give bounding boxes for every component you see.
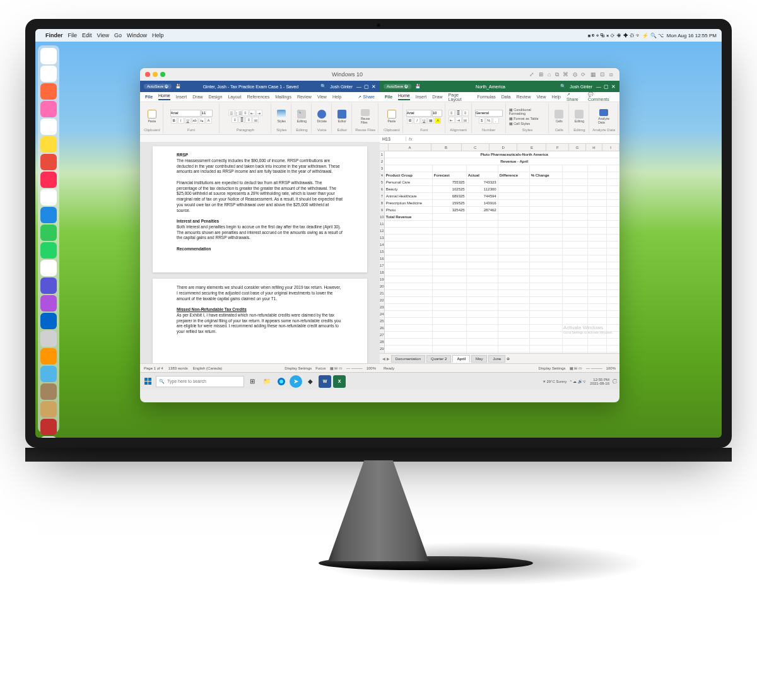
dock-app-12[interactable] bbox=[40, 260, 57, 276]
macos-dock[interactable] bbox=[38, 45, 59, 433]
sheet-tab-may[interactable]: May bbox=[471, 355, 487, 363]
display-settings[interactable]: Display Settings bbox=[539, 366, 566, 370]
word-ruler[interactable] bbox=[140, 135, 380, 143]
tab-view[interactable]: View bbox=[317, 95, 327, 99]
weather[interactable]: ☀ 29°C Sunny bbox=[543, 379, 567, 383]
close-button[interactable]: ✕ bbox=[372, 84, 376, 90]
font-select[interactable] bbox=[406, 110, 431, 117]
dock-app-11[interactable] bbox=[40, 242, 57, 259]
tab-insert[interactable]: Insert bbox=[176, 95, 187, 99]
dock-app-20[interactable] bbox=[40, 401, 57, 417]
sheet-tabs[interactable]: ◀ ▶ DocumentationQuarter 2AprilMayJune ⊕ bbox=[380, 353, 619, 363]
table-row[interactable]: Photo325425287462 bbox=[385, 207, 619, 214]
menu-window[interactable]: Window bbox=[127, 32, 147, 38]
dock-app-15[interactable] bbox=[40, 313, 57, 329]
table-row[interactable] bbox=[385, 235, 619, 242]
table-row[interactable] bbox=[385, 346, 619, 353]
table-row[interactable] bbox=[385, 262, 619, 269]
sheet-tab-quarter-2[interactable]: Quarter 2 bbox=[426, 355, 451, 363]
col-header[interactable]: F bbox=[546, 144, 569, 151]
col-header[interactable]: H bbox=[586, 144, 603, 151]
column-headers[interactable]: ABCDEFGHI bbox=[380, 144, 619, 151]
vm-toolbar-icons[interactable]: ⤢ ⊞ ⌂ ⧉ ⌘ ⚙ ⟳ ▦ ⊡ ⧈ bbox=[529, 71, 614, 78]
word-count[interactable]: 1383 words bbox=[168, 366, 188, 370]
dock-app-22[interactable] bbox=[40, 436, 57, 438]
save-icon[interactable]: 💾 bbox=[175, 84, 181, 89]
word-titlebar[interactable]: AutoSave ⏻ 💾 Ginter, Josh - Tax Practice… bbox=[140, 81, 380, 92]
font-style-buttons[interactable]: BIUabx₂A bbox=[171, 117, 212, 124]
tab-insert[interactable]: Insert bbox=[416, 95, 427, 99]
spreadsheet-grid[interactable]: ABCDEFGHI 123456789101112131415161718192… bbox=[380, 144, 619, 353]
table-row[interactable] bbox=[385, 269, 619, 276]
dock-app-21[interactable] bbox=[40, 419, 57, 435]
tab-data[interactable]: Data bbox=[502, 95, 511, 99]
zoom-level[interactable]: 100% bbox=[367, 366, 376, 370]
dock-app-19[interactable] bbox=[40, 383, 57, 400]
conditional-formatting[interactable]: ▦ Conditional Formatting bbox=[509, 108, 546, 115]
cell-styles[interactable]: ▦ Cell Styles bbox=[509, 122, 531, 125]
cells[interactable]: Pluto Pharmaceuticals-North AmericaReven… bbox=[385, 151, 619, 353]
telegram-icon[interactable]: ➤ bbox=[290, 375, 302, 388]
tab-formulas[interactable]: Formulas bbox=[478, 95, 496, 99]
dock-app-13[interactable] bbox=[40, 277, 57, 294]
tab-home[interactable]: Home bbox=[398, 93, 410, 100]
tray-icons[interactable]: ^ ☁ 🔊 ᯤ bbox=[570, 379, 587, 383]
editing-button[interactable]: Editing bbox=[572, 109, 586, 124]
dock-app-9[interactable] bbox=[40, 207, 57, 223]
task-view-icon[interactable]: ⊞ bbox=[246, 375, 259, 388]
editor-button[interactable]: Editor bbox=[335, 109, 349, 124]
table-row[interactable] bbox=[385, 318, 619, 325]
menu-edit[interactable]: Edit bbox=[82, 32, 92, 38]
start-button[interactable] bbox=[143, 376, 154, 387]
table-row[interactable]: Total Revenue bbox=[385, 214, 619, 221]
share-button[interactable]: ↗ Share bbox=[566, 92, 582, 102]
focus-mode[interactable]: Focus bbox=[315, 366, 326, 370]
font-size[interactable] bbox=[201, 110, 213, 117]
table-row[interactable]: Personal Care755325743323 bbox=[385, 179, 619, 186]
view-buttons[interactable]: ▦ ⊞ ▭ bbox=[570, 366, 582, 370]
dock-app-4[interactable] bbox=[40, 119, 57, 135]
system-tray[interactable]: ☀ 29°C Sunny ^ ☁ 🔊 ᯤ 12:55 PM2021-08-16 … bbox=[543, 378, 617, 385]
word-taskbar-icon[interactable]: W bbox=[319, 375, 331, 388]
minimize-button[interactable]: — bbox=[596, 84, 601, 90]
vm-titlebar[interactable]: Windows 10 ⤢ ⊞ ⌂ ⧉ ⌘ ⚙ ⟳ ▦ ⊡ ⧈ bbox=[140, 68, 619, 81]
dock-app-18[interactable] bbox=[40, 366, 57, 382]
styles-button[interactable]: Styles bbox=[274, 109, 288, 124]
list-buttons[interactable]: ☰⋮☰≡⇤⇥ bbox=[228, 110, 262, 116]
dock-app-16[interactable] bbox=[40, 330, 57, 347]
table-row[interactable] bbox=[385, 228, 619, 235]
menubar-app[interactable]: Finder bbox=[45, 32, 63, 38]
col-header[interactable]: A bbox=[389, 144, 431, 151]
table-row[interactable] bbox=[385, 304, 619, 311]
reuse-button[interactable]: ReuseFiles bbox=[358, 109, 372, 124]
tab-home[interactable]: Home bbox=[158, 93, 170, 100]
traffic-lights[interactable] bbox=[145, 72, 165, 77]
tab-mailings[interactable]: Mailings bbox=[275, 95, 291, 99]
table-row[interactable] bbox=[385, 221, 619, 228]
table-row[interactable]: Beauty102525112300 bbox=[385, 186, 619, 193]
tab-design[interactable]: Design bbox=[209, 95, 223, 99]
autosave-toggle[interactable]: AutoSave ⏻ bbox=[144, 84, 172, 89]
maximize-button[interactable]: ▢ bbox=[604, 84, 609, 90]
word-user[interactable]: Josh Ginter bbox=[330, 85, 353, 89]
autosave-toggle[interactable]: AutoSave ⏻ bbox=[384, 84, 411, 89]
col-header[interactable]: G bbox=[569, 144, 586, 151]
col-header[interactable]: I bbox=[602, 144, 619, 151]
table-row[interactable] bbox=[385, 290, 619, 297]
menu-file[interactable]: File bbox=[68, 32, 78, 38]
tab-draw[interactable]: Draw bbox=[432, 95, 442, 99]
notifications-icon[interactable]: 💬 bbox=[613, 379, 617, 383]
language[interactable]: English (Canada) bbox=[193, 366, 222, 370]
dock-app-8[interactable] bbox=[40, 189, 57, 206]
cells-button[interactable]: Cells bbox=[552, 109, 566, 124]
display-settings[interactable]: Display Settings bbox=[285, 366, 312, 370]
excel-titlebar[interactable]: AutoSave ⏻ 💾 North_America 🔍 Josh Ginter… bbox=[380, 81, 619, 92]
dictate-button[interactable]: Dictate bbox=[315, 109, 329, 124]
tab-draw[interactable]: Draw bbox=[192, 95, 202, 99]
dock-app-17[interactable] bbox=[40, 348, 57, 365]
number-format[interactable] bbox=[475, 110, 503, 117]
page-indicator[interactable]: Page 1 of 4 bbox=[144, 366, 163, 370]
align-buttons[interactable]: ≡≣≡ bbox=[449, 110, 469, 116]
menu-go[interactable]: Go bbox=[114, 32, 122, 38]
zoom-level[interactable]: 100% bbox=[606, 366, 616, 370]
